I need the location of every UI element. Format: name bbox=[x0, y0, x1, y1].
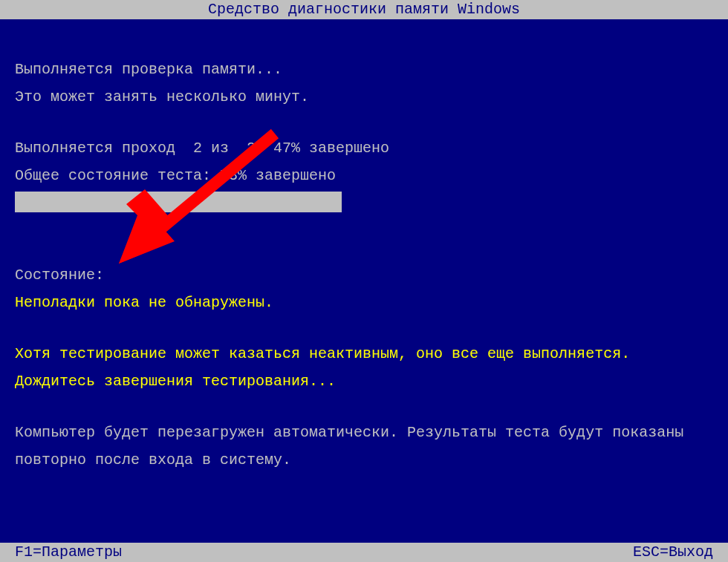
wait-minutes-line: Это может занять несколько минут. bbox=[15, 85, 713, 109]
footer-bar: F1=Параметры ESC=Выход bbox=[0, 543, 728, 562]
status-label: Состояние: bbox=[15, 264, 713, 287]
restart-line-1: Компьютер будет перезагружен автоматичес… bbox=[15, 421, 713, 445]
title-text: Средство диагностики памяти Windows bbox=[208, 1, 520, 18]
title-bar: Средство диагностики памяти Windows bbox=[0, 0, 728, 19]
progress-bar bbox=[15, 192, 342, 212]
esc-exit-hint[interactable]: ESC=Выход bbox=[633, 544, 713, 561]
main-content: Выполняется проверка памяти... Это может… bbox=[0, 19, 728, 472]
f1-options-hint[interactable]: F1=Параметры bbox=[15, 544, 122, 561]
wait-completion-line: Дождитесь завершения тестирования... bbox=[15, 370, 713, 393]
checking-memory-line: Выполняется проверка памяти... bbox=[15, 58, 713, 82]
restart-line-2: повторно после входа в систему. bbox=[15, 448, 713, 472]
status-result: Неполадки пока не обнаружены. bbox=[15, 291, 713, 315]
inactive-note-line: Хотя тестирование может казаться неактив… bbox=[15, 342, 713, 366]
overall-progress-line: Общее состояние теста: 73% завершено bbox=[15, 164, 713, 188]
pass-progress-line: Выполняется проход 2 из 2: 47% завершено bbox=[15, 137, 713, 160]
